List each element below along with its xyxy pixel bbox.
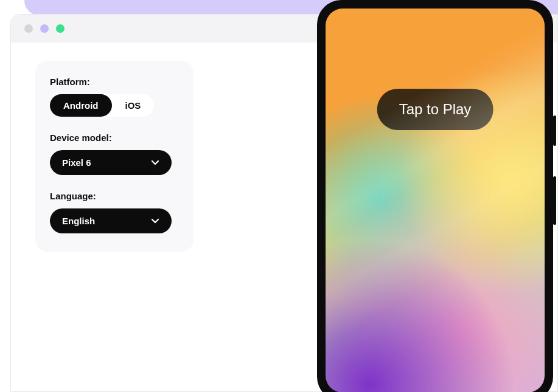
platform-option-ios[interactable]: iOS <box>112 94 155 117</box>
window-zoom-dot[interactable] <box>56 24 65 33</box>
chevron-down-icon <box>151 160 159 166</box>
language-select[interactable]: English <box>50 208 172 233</box>
window-minimize-dot[interactable] <box>40 24 49 33</box>
language-label: Language: <box>50 191 179 201</box>
platform-segmented-control: Android iOS <box>50 94 154 117</box>
language-value: English <box>62 216 95 226</box>
window-close-dot[interactable] <box>24 24 33 33</box>
platform-option-android[interactable]: Android <box>50 94 112 117</box>
device-model-value: Pixel 6 <box>62 157 91 168</box>
chevron-down-icon <box>151 218 159 224</box>
tap-to-play-button[interactable]: Tap to Play <box>377 89 493 130</box>
device-config-card: Platform: Android iOS Device model: Pixe… <box>35 61 194 252</box>
device-model-select[interactable]: Pixel 6 <box>50 150 172 175</box>
device-screen[interactable]: Tap to Play <box>326 9 545 392</box>
device-model-label: Device model: <box>50 132 179 143</box>
phone-side-button <box>553 115 556 146</box>
device-preview-frame: Tap to Play <box>317 0 553 392</box>
platform-label: Platform: <box>50 77 179 87</box>
phone-side-button <box>553 176 556 225</box>
